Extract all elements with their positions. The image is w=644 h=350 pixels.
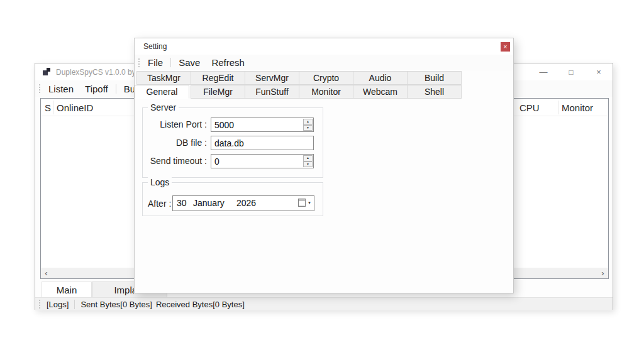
dialog-close-icon[interactable]: × xyxy=(501,42,510,52)
menu-tipoff[interactable]: Tipoff xyxy=(79,82,114,96)
db-file-label: DB file : xyxy=(143,136,207,150)
dialog-menubar: File Save Refresh xyxy=(135,55,513,70)
maximize-icon[interactable]: □ xyxy=(557,63,585,80)
tab-build[interactable]: Build xyxy=(407,71,462,85)
spin-up-icon[interactable]: ▲ xyxy=(303,155,313,161)
tab-filemgr[interactable]: FileMgr xyxy=(191,85,245,99)
tab-main[interactable]: Main xyxy=(42,282,92,298)
menu-separator xyxy=(170,58,171,67)
tab-crypto[interactable]: Crypto xyxy=(299,71,353,85)
date-day: 30 xyxy=(177,196,187,211)
menu-refresh[interactable]: Refresh xyxy=(206,56,250,69)
db-file-input[interactable] xyxy=(211,136,314,150)
status-separator xyxy=(74,300,75,309)
settings-tabstrip: TaskMgr RegEdit ServMgr Crypto Audio Bui… xyxy=(135,71,514,99)
tab-webcam[interactable]: Webcam xyxy=(353,85,408,99)
send-timeout-spinner: ▲ ▼ xyxy=(211,154,314,168)
listen-port-input[interactable] xyxy=(211,118,303,131)
status-logs: [Logs] xyxy=(43,300,72,309)
server-group-label: Server xyxy=(148,102,179,112)
date-year: 2026 xyxy=(236,196,256,211)
spin-down-icon[interactable]: ▼ xyxy=(303,125,313,131)
tab-funstuff[interactable]: FunStuff xyxy=(245,85,299,99)
tab-servmgr[interactable]: ServMgr xyxy=(245,71,299,85)
dialog-title: Setting xyxy=(143,42,167,51)
listen-port-label: Listen Port : xyxy=(143,118,207,132)
scroll-right-icon[interactable]: › xyxy=(597,268,608,278)
dialog-titlebar[interactable]: Setting × xyxy=(135,38,513,55)
status-received-bytes: Received Bytes[0 Bytes] xyxy=(156,300,248,309)
send-timeout-input[interactable] xyxy=(211,155,303,168)
close-icon[interactable]: × xyxy=(585,63,613,80)
column-header-cpu[interactable]: CPU xyxy=(516,99,557,116)
status-sent-bytes: Sent Bytes[0 Bytes] xyxy=(77,300,155,309)
menu-listen[interactable]: Listen xyxy=(43,82,79,96)
column-header-s[interactable]: S xyxy=(41,99,53,116)
dialog-menubar-grip xyxy=(138,58,140,67)
calendar-icon xyxy=(298,199,306,207)
tab-general[interactable]: General xyxy=(135,85,189,99)
tab-taskmgr[interactable]: TaskMgr xyxy=(136,71,191,85)
tab-monitor[interactable]: Monitor xyxy=(299,85,353,99)
tab-audio[interactable]: Audio xyxy=(353,71,408,85)
listen-port-spinner: ▲ ▼ xyxy=(211,118,314,132)
menu-separator xyxy=(116,84,116,94)
statusbar-grip xyxy=(39,300,40,309)
column-header-onlineid[interactable]: OnlineID xyxy=(53,99,128,116)
menu-file[interactable]: File xyxy=(142,56,169,69)
menubar-grip xyxy=(39,84,40,93)
date-dropdown-button[interactable]: ▼ xyxy=(298,199,311,207)
after-date-picker[interactable]: 30 January 2026 ▼ xyxy=(172,195,314,211)
logs-groupbox: Logs After : 30 January 2026 ▼ xyxy=(142,182,323,216)
after-label: After : xyxy=(148,197,172,211)
send-timeout-label: Send timeout : xyxy=(143,154,207,168)
statusbar: [Logs] Sent Bytes[0 Bytes] Received Byte… xyxy=(35,297,613,310)
tab-regedit[interactable]: RegEdit xyxy=(191,71,245,85)
setting-dialog-window: Setting × File Save Refresh TaskMgr RegE… xyxy=(134,38,514,293)
chevron-down-icon: ▼ xyxy=(308,201,311,205)
scroll-left-icon[interactable]: ‹ xyxy=(41,268,52,278)
menu-save[interactable]: Save xyxy=(173,56,206,69)
logs-group-label: Logs xyxy=(148,177,172,187)
server-groupbox: Server Listen Port : ▲ ▼ DB file : Send … xyxy=(142,107,323,178)
date-month: January xyxy=(193,196,225,211)
desktop: DuplexSpyCS v1.0.0 by ISSA — □ × Listen … xyxy=(0,0,644,350)
minimize-icon[interactable]: — xyxy=(530,63,557,80)
column-header-monitor[interactable]: Monitor xyxy=(558,99,608,116)
spin-up-icon[interactable]: ▲ xyxy=(303,119,313,125)
spin-down-icon[interactable]: ▼ xyxy=(303,161,313,168)
app-icon xyxy=(43,68,51,76)
tab-shell[interactable]: Shell xyxy=(407,85,462,99)
